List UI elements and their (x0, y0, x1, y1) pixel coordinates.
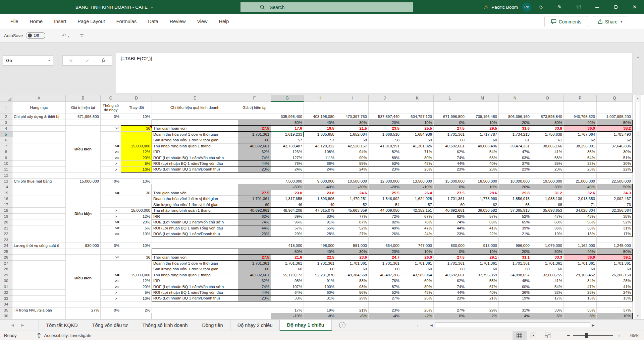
cell-N33[interactable]: 19% (499, 296, 531, 302)
cell-P26[interactable]: 36.0 (564, 255, 597, 261)
cell-P10[interactable]: 32% (564, 161, 597, 167)
row-header-27[interactable]: 27 (0, 261, 12, 267)
cell-P4[interactable]: 36.0 (564, 126, 597, 132)
condition-merged-cell-1[interactable]: Điều kiện (66, 126, 100, 172)
cell-M19[interactable]: 57% (466, 214, 499, 220)
cell-M32[interactable]: 40% (466, 290, 499, 296)
cell-Q19[interactable]: 38% (597, 214, 633, 220)
cell-G27[interactable]: 1,701,361 (271, 261, 304, 267)
cell-O1[interactable] (531, 102, 564, 114)
cell-O36[interactable]: 6% (531, 313, 564, 319)
cell-L26[interactable]: 27.5 (434, 255, 466, 261)
normal-view-button[interactable] (513, 331, 527, 340)
cell-E33[interactable]: ROS (Lợi nhuận BQ 1 năm/Doanh thu) (152, 296, 238, 302)
cell-B1[interactable]: Giá trị hiện tại (66, 102, 101, 114)
cell-D33[interactable]: 10% (121, 296, 152, 302)
cell-L30[interactable]: 62% (434, 278, 466, 284)
cell-M1[interactable] (466, 102, 499, 114)
cell-F30[interactable]: 62% (238, 278, 271, 284)
cell-L22[interactable]: 23% (434, 231, 466, 237)
cell-E35[interactable] (152, 308, 238, 314)
cell-L21[interactable]: 44% (434, 225, 466, 231)
cell-I3[interactable]: -30% (336, 120, 369, 126)
cell-F19[interactable]: 62% (238, 214, 271, 220)
cell-B36[interactable] (66, 313, 101, 319)
cell-H34[interactable] (304, 301, 336, 308)
cell-P28[interactable]: 60 (564, 266, 597, 272)
pen-mode-icon[interactable]: ✎ (550, 0, 569, 14)
cell-E28[interactable]: Sản lượng hòa vốn/ 1 đơn vị thời gian (152, 266, 238, 272)
cell-F25[interactable] (238, 249, 271, 255)
cell-P12[interactable] (564, 173, 597, 179)
cell-Q21[interactable]: 31% (597, 225, 633, 231)
cell-Q35[interactable]: 37% (597, 308, 633, 314)
cell-K19[interactable]: 67% (401, 214, 434, 220)
cell-D27[interactable] (121, 261, 152, 267)
cell-M24[interactable]: 913,000 (466, 243, 499, 249)
horizontal-scrollbar-track[interactable] (435, 322, 590, 328)
cell-M2[interactable]: 739,196,480 (466, 114, 499, 120)
customize-qat-button[interactable]: ⌄ (80, 34, 84, 37)
cell-A16[interactable] (12, 196, 66, 202)
cell-M14[interactable]: 10% (466, 184, 499, 190)
cell-G34[interactable] (271, 301, 304, 308)
ribbon-tab-home[interactable]: Home (24, 14, 48, 29)
sheet-tab-độ-nhạy-2-chiều[interactable]: Độ nhạy 2 chiều (230, 320, 280, 331)
cell-G22[interactable]: 29% (271, 231, 304, 237)
cell-G1[interactable] (271, 102, 304, 114)
cell-A18[interactable] (12, 208, 66, 214)
cell-D34[interactable] (121, 301, 152, 308)
cell-Q29[interactable]: 26,206,150 (597, 272, 633, 278)
cell-A7[interactable] (12, 143, 66, 149)
cell-I18[interactable]: 45,663,359 (336, 208, 369, 214)
cell-M28[interactable]: 60 (466, 266, 499, 272)
cell-K13[interactable]: 13,500,000 (401, 179, 434, 185)
cell-A14[interactable] (12, 184, 66, 190)
cell-H9[interactable]: 111% (304, 155, 336, 161)
cell-G28[interactable]: 60 (271, 266, 304, 272)
cell-E23[interactable] (152, 237, 238, 243)
cell-A17[interactable] (12, 202, 66, 208)
cell-C5[interactable] (101, 132, 121, 138)
cell-D30[interactable]: 12% (121, 278, 152, 284)
cell-M8[interactable]: 54% (466, 149, 499, 155)
cell-I8[interactable]: 94% (336, 149, 369, 155)
cell-Q8[interactable]: 30% (597, 149, 633, 155)
cell-E27[interactable]: Doanh thu hòa vốn/ 1 đơn vị thời gian (152, 261, 238, 267)
cell-H31[interactable]: 100% (304, 284, 336, 290)
cell-J27[interactable]: 1,701,361 (369, 261, 401, 267)
row-header-23[interactable]: 23 (0, 237, 12, 243)
cell-H2[interactable]: 403,198,080 (304, 114, 336, 120)
cell-Q28[interactable]: 60 (597, 266, 633, 272)
row-header-33[interactable]: 33 (0, 296, 12, 302)
cell-F16[interactable]: 1,701,361 (238, 196, 271, 202)
ribbon-display-options-icon[interactable] (569, 0, 588, 14)
cell-C28[interactable] (101, 266, 121, 272)
cell-D22[interactable]: 10% (121, 231, 152, 237)
cell-P21[interactable]: 33% (564, 225, 597, 231)
cell-M25[interactable]: 10% (466, 249, 499, 255)
cell-P6[interactable]: 62 (564, 137, 597, 143)
col-header-K[interactable]: K (401, 95, 434, 102)
cell-D10[interactable]: 5% (121, 161, 152, 167)
cell-Q4[interactable]: 38.2 (597, 126, 633, 132)
cell-I13[interactable]: 10,500,000 (336, 179, 369, 185)
cell-A12[interactable] (12, 173, 66, 179)
cell-I16[interactable]: 1,470,251 (336, 196, 369, 202)
cell-P3[interactable]: 40% (564, 120, 597, 126)
row-header-11[interactable]: 11 (0, 167, 12, 173)
scroll-up-icon[interactable]: ▲ (635, 95, 641, 101)
document-title-menu[interactable]: BANG TINH KINH DOANH - CAFE ⌄ (75, 0, 154, 14)
row-header-25[interactable]: 25 (0, 249, 12, 255)
vertical-scrollbar-thumb[interactable] (636, 102, 640, 131)
cell-N7[interactable]: 39,474,331 (499, 143, 531, 149)
cell-A28[interactable] (12, 266, 66, 272)
cell-Q1[interactable] (597, 102, 633, 114)
col-header-D[interactable]: D (121, 95, 152, 102)
cell-O7[interactable]: 38,865,166 (531, 143, 564, 149)
cell-O23[interactable] (531, 237, 564, 243)
cell-H30[interactable]: 91% (304, 278, 336, 284)
cell-L7[interactable]: 40,692,661 (434, 143, 466, 149)
cell-Q26[interactable]: 39.1 (597, 255, 633, 261)
cell-C36[interactable] (101, 313, 121, 319)
